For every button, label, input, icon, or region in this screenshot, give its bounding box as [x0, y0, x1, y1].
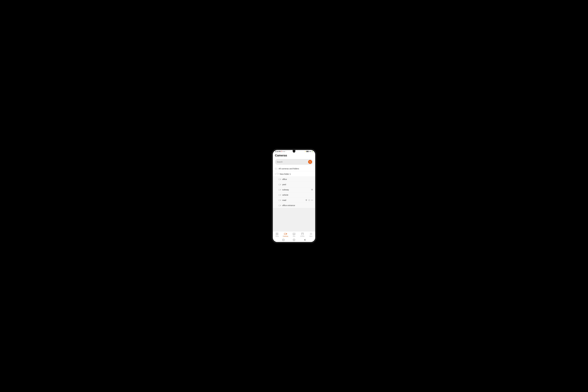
nav-label-events: Events — [300, 236, 304, 237]
camera-name-subway: subway — [282, 188, 310, 191]
camera-icon-subway — [278, 189, 281, 191]
audio-badge-icon — [311, 199, 313, 201]
nav-item-eva[interactable]: Eva — [290, 232, 298, 237]
nav-item-views[interactable]: Views — [273, 232, 281, 237]
svg-rect-1 — [279, 184, 280, 185]
camera-nav-icon — [284, 232, 287, 235]
notch — [293, 150, 295, 152]
svg-rect-0 — [279, 179, 280, 180]
tv-icon — [292, 232, 296, 235]
android-nav — [273, 238, 315, 242]
svg-rect-8 — [276, 233, 277, 234]
grid-icon — [276, 232, 278, 235]
bluetooth-icon: ⚡ — [305, 151, 306, 152]
camera-item-office[interactable]: office — [273, 177, 315, 182]
camera-name-office-entrance: office entrance — [282, 204, 313, 206]
camera-icon-office — [278, 178, 281, 180]
status-left: 12:15 PM ⏰ ➤ ⊙ ··· — [275, 151, 286, 152]
location-arrow-icon: ➤ — [283, 151, 284, 152]
camera-icon-road — [278, 199, 281, 201]
battery-icon: 🔋 — [312, 151, 313, 152]
phone-screen: 12:15 PM ⏰ ➤ ⊙ ··· ⚡ ▋▋▋ WiFi 🔋 Cameras — [273, 150, 315, 242]
camera-item-road[interactable]: road — [273, 198, 315, 203]
android-square-btn[interactable] — [282, 238, 285, 241]
svg-rect-11 — [277, 234, 278, 235]
status-right: ⚡ ▋▋▋ WiFi 🔋 — [305, 151, 313, 152]
camera-list: All cameras and folders ▾ New folder 1 — [273, 166, 315, 231]
svg-rect-12 — [284, 233, 286, 235]
svg-rect-10 — [276, 234, 277, 235]
page-title: Cameras — [275, 154, 287, 157]
all-cameras-folder-icon — [275, 168, 277, 170]
android-home-btn[interactable] — [293, 238, 295, 241]
dot-dot-dot-icon: ··· — [285, 151, 286, 152]
svg-rect-13 — [293, 233, 295, 235]
phone-frame: 12:15 PM ⏰ ➤ ⊙ ··· ⚡ ▋▋▋ WiFi 🔋 Cameras — [272, 149, 316, 243]
search-icon — [309, 161, 311, 163]
svg-point-14 — [294, 234, 294, 234]
camera-name-office: office — [282, 178, 313, 180]
svg-rect-4 — [279, 200, 280, 201]
camera-item-vehicle[interactable]: vehicle — [273, 192, 315, 198]
folder-row[interactable]: ▾ New folder 1 — [273, 171, 315, 177]
subway-badges — [311, 189, 313, 191]
all-cameras-label: All cameras and folders — [278, 168, 313, 170]
folder-name: New folder 1 — [280, 173, 313, 175]
road-badges — [305, 199, 313, 201]
all-cameras-item[interactable]: All cameras and folders — [273, 166, 315, 171]
nav-label-eva: Eva — [293, 236, 295, 237]
search-container — [273, 158, 315, 166]
camera-icon-office-entrance — [278, 204, 281, 206]
ptz-badge-icon — [308, 199, 310, 201]
android-back-btn[interactable] — [303, 238, 306, 241]
nav-label-cameras: Cameras — [283, 236, 288, 237]
status-time: 12:15 PM — [275, 151, 280, 152]
bottom-nav: Views Cameras Eva — [273, 231, 315, 238]
svg-rect-9 — [277, 233, 278, 234]
svg-rect-3 — [279, 194, 280, 196]
location-badge-road-icon — [305, 199, 307, 201]
svg-point-6 — [309, 200, 310, 200]
folder-icon — [276, 173, 279, 175]
nav-label-more: More — [310, 236, 312, 237]
wifi-icon: WiFi — [309, 151, 312, 152]
nav-item-cameras[interactable]: Cameras — [281, 232, 290, 237]
camera-item-subway[interactable]: subway — [273, 187, 315, 192]
search-button[interactable] — [308, 160, 312, 164]
camera-item-office-entrance[interactable]: office entrance — [273, 203, 315, 208]
search-bar — [275, 159, 313, 165]
camera-icon-yard — [278, 184, 281, 186]
events-icon — [301, 232, 304, 235]
camera-name-road: road — [282, 199, 304, 201]
svg-rect-2 — [279, 189, 280, 190]
app-header: Cameras — [273, 152, 315, 158]
camera-icon-vehicle — [278, 194, 281, 196]
camera-item-yard[interactable]: yard — [273, 182, 315, 187]
svg-rect-15 — [302, 233, 304, 235]
nav-item-more[interactable]: More — [307, 232, 315, 237]
signal-icon: ▋▋▋ — [306, 151, 309, 152]
location-badge-icon — [311, 189, 313, 191]
nav-label-views: Views — [275, 236, 279, 237]
camera-name-yard: yard — [282, 183, 313, 186]
alarm-icon: ⏰ — [281, 151, 282, 152]
search-input[interactable] — [277, 161, 308, 163]
camera-name-vehicle: vehicle — [282, 194, 313, 196]
nav-item-events[interactable]: Events — [298, 232, 307, 237]
svg-rect-7 — [279, 205, 280, 206]
chevron-down-icon: ▾ — [275, 173, 276, 175]
more-icon — [310, 232, 312, 235]
navigation-icon: ⊙ — [284, 151, 285, 152]
